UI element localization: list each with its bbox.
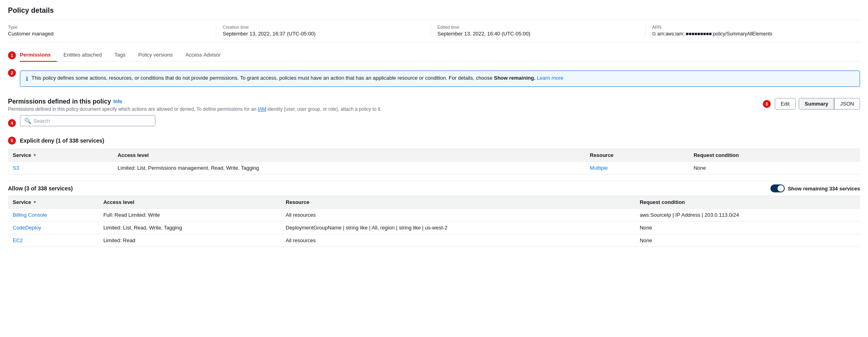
resource-cell: All resources: [281, 209, 635, 221]
permissions-header: Permissions defined in this policy Info …: [8, 98, 860, 112]
condition-cell: None: [635, 234, 860, 247]
permissions-section: Permissions defined in this policy Info …: [8, 98, 860, 247]
arn-value: arn:aws:iam::■■■■■■■■■:policy/SummaryAll…: [657, 31, 772, 37]
resource-link[interactable]: Multiple: [590, 165, 608, 171]
edited-label: Edited time: [437, 25, 639, 29]
service-link[interactable]: EC2: [13, 237, 23, 243]
step-badge-4: 4: [8, 119, 16, 127]
info-banner-text: This policy defines some actions, resour…: [31, 75, 563, 81]
metadata-creation: Creation time September 13, 2022, 16:37 …: [216, 25, 431, 37]
th-resource-deny: Resource: [585, 149, 689, 162]
edit-button[interactable]: Edit: [775, 98, 796, 110]
allow-table: Service ▼ Access level Resource Request …: [8, 196, 860, 247]
toggle-label: Show remaining 334 services: [788, 186, 860, 192]
resource-cell: All resources: [281, 234, 635, 247]
condition-cell: None: [635, 221, 860, 234]
service-cell: CodeDeploy: [8, 221, 98, 234]
view-toggle-group: Summary JSON: [799, 98, 860, 110]
tab-access-advisor[interactable]: Access Advisor: [179, 49, 227, 62]
access-level-cell: Limited: List, Read, Write, Tagging: [98, 221, 281, 234]
explicit-deny-header: Explicit deny (1 of 338 services): [20, 134, 860, 147]
arn-label: ARN: [652, 25, 854, 29]
access-level-cell: Full: Read Limited: Write: [98, 209, 281, 221]
tab-tags[interactable]: Tags: [108, 49, 131, 62]
allow-header-row: Service ▼ Access level Resource Request …: [8, 196, 860, 209]
iam-link[interactable]: IAM: [258, 106, 266, 112]
edited-value: September 13, 2022, 16:40 (UTC-05:00): [437, 31, 639, 37]
th-condition-allow: Request condition: [635, 196, 860, 209]
metadata-section: Type Customer managed Creation time Sept…: [8, 20, 860, 42]
th-condition-deny: Request condition: [689, 149, 860, 162]
sort-icon-service-allow[interactable]: ▼: [33, 200, 37, 204]
json-button[interactable]: JSON: [834, 98, 860, 110]
th-access-allow: Access level: [98, 196, 281, 209]
info-circle-icon: ℹ: [26, 75, 28, 82]
step-badge-2: 2: [8, 69, 16, 77]
tab-policy-versions[interactable]: Policy versions: [132, 49, 179, 62]
type-label: Type: [8, 25, 210, 29]
access-level-cell: Limited: List, Permissions management, R…: [113, 162, 585, 174]
step-badge-1: 1: [8, 51, 16, 59]
learn-more-link[interactable]: Learn more: [537, 75, 563, 81]
allow-label: Allow (3 of 338 services): [8, 185, 73, 192]
th-resource-allow: Resource: [281, 196, 635, 209]
table-row: EC2 Limited: Read All resources None: [8, 234, 860, 247]
th-service-deny: Service ▼: [8, 149, 113, 162]
table-row: Billing Console Full: Read Limited: Writ…: [8, 209, 860, 221]
explicit-deny-header-row: Service ▼ Access level Resource Request …: [8, 149, 860, 162]
step-badge-3: 3: [763, 100, 771, 108]
service-cell: Billing Console: [8, 209, 98, 221]
resource-cell: Multiple: [585, 162, 689, 174]
permissions-subtitle: Permissions defined in this policy docum…: [8, 106, 382, 112]
th-service-allow: Service ▼: [8, 196, 98, 209]
th-access-deny: Access level: [113, 149, 585, 162]
metadata-type: Type Customer managed: [8, 25, 216, 37]
tabs-row: Permissions Entities attached Tags Polic…: [20, 49, 860, 62]
tab-entities-attached[interactable]: Entities attached: [57, 49, 108, 62]
condition-cell: aws:SourceIp | IP Address | 203.0.113.0/…: [635, 209, 860, 221]
allow-section-header: Allow (3 of 338 services) Show remaining…: [8, 181, 860, 196]
creation-label: Creation time: [223, 25, 424, 29]
metadata-arn: ARN ⧉ arn:aws:iam::■■■■■■■■■:policy/Summ…: [646, 25, 860, 37]
service-link[interactable]: S3: [13, 165, 19, 171]
search-input[interactable]: [33, 118, 151, 124]
type-value: Customer managed: [8, 31, 210, 37]
search-icon: 🔍: [24, 118, 31, 124]
service-link[interactable]: Billing Console: [13, 212, 47, 218]
search-container: 🔍: [20, 115, 155, 126]
toggle-container: Show remaining 334 services: [770, 184, 860, 192]
tab-permissions[interactable]: Permissions: [20, 49, 57, 62]
arn-container: ⧉ arn:aws:iam::■■■■■■■■■:policy/SummaryA…: [652, 31, 854, 37]
access-level-cell: Limited: Read: [98, 234, 281, 247]
explicit-deny-label: Explicit deny (1 of 338 services): [20, 137, 104, 144]
resource-cell: DeploymentGroupName | string like | All,…: [281, 221, 635, 234]
service-cell: EC2: [8, 234, 98, 247]
metadata-edited: Edited time September 13, 2022, 16:40 (U…: [431, 25, 646, 37]
explicit-deny-table: Service ▼ Access level Resource Request …: [8, 149, 860, 174]
copy-icon[interactable]: ⧉: [652, 31, 656, 37]
table-row: S3 Limited: List, Permissions management…: [8, 162, 860, 174]
permissions-title-block: Permissions defined in this policy Info …: [8, 98, 382, 112]
info-banner: ℹ This policy defines some actions, reso…: [20, 71, 860, 87]
permissions-info-link[interactable]: Info: [114, 99, 122, 104]
summary-button[interactable]: Summary: [799, 98, 834, 110]
service-link[interactable]: CodeDeploy: [13, 225, 41, 231]
creation-value: September 13, 2022, 16:37 (UTC-05:00): [223, 31, 424, 37]
step-badge-5: 5: [8, 137, 16, 145]
condition-cell: None: [689, 162, 860, 174]
service-cell: S3: [8, 162, 113, 174]
sort-icon-service-deny[interactable]: ▼: [33, 153, 37, 157]
toggle-knob: [778, 185, 784, 192]
permissions-title: Permissions defined in this policy Info: [8, 98, 382, 105]
show-remaining-toggle[interactable]: [770, 184, 785, 192]
page-title: Policy details: [8, 6, 860, 15]
table-row: CodeDeploy Limited: List, Read, Write, T…: [8, 221, 860, 234]
